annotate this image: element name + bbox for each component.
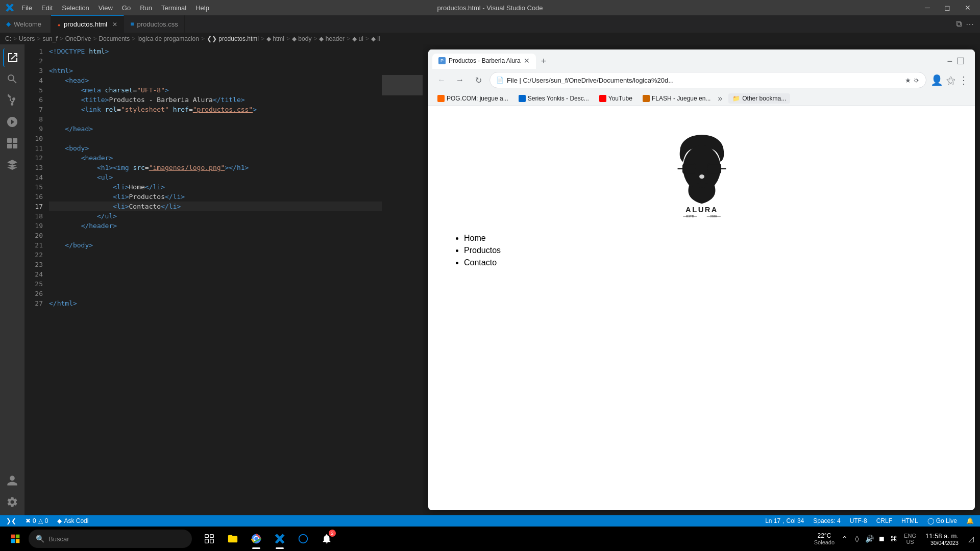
yt-favicon [599,95,606,102]
refresh-button[interactable]: ↻ [471,73,485,87]
menu-help[interactable]: Help [191,3,213,13]
language-selector[interactable]: ENG US [902,533,918,545]
notifications-taskbar[interactable]: 2 [315,528,338,550]
minimap-thumb[interactable] [382,75,423,95]
activity-explorer[interactable] [3,48,21,67]
close-browser-tab[interactable]: ✕ [524,57,530,65]
code-line-10 [49,134,382,143]
close-tab-html[interactable]: ✕ [112,21,117,28]
breadcrumb-html[interactable]: ◆ html [266,35,284,42]
encoding-status[interactable]: UTF-8 [848,517,869,524]
tab-productos-css[interactable]: ■ productos.css [124,15,184,33]
breadcrumb: C: > Users > sun_f > OneDrive > Document… [0,33,980,44]
menu-go[interactable]: Go [118,3,135,13]
code-line-4: <head> [49,76,382,85]
bookmark-youtube[interactable]: YouTube [596,94,635,103]
language-status[interactable]: HTML [899,517,920,524]
chrome-taskbar[interactable] [245,528,267,550]
code-line-6: <title>Productos - Barberia Alura</title… [49,95,382,105]
wifi-icon[interactable]: ⌘ [889,534,899,544]
bookmark-flash[interactable]: FLASH - Juegue en... [640,94,714,103]
more-actions-icon[interactable]: ⋯ [966,19,974,29]
ask-codi-status[interactable]: ◆ Ask Codi [55,517,90,524]
extensions-icon[interactable]: ⛭ [913,77,920,84]
vscode-taskbar[interactable] [268,528,291,550]
up-arrow-icon[interactable]: ⌃ [840,534,850,544]
bookmark-pog[interactable]: POG.COM: juegue a... [434,94,511,103]
breadcrumb-li[interactable]: ◆ li [371,35,380,42]
taskbar-search[interactable]: 🔍 Buscar [29,530,192,548]
menu-bar[interactable]: File Edit Selection View Go Run Terminal… [17,3,213,13]
browser-minimize-icon[interactable]: − [947,56,952,67]
menu-edit[interactable]: Edit [37,3,57,13]
code-content[interactable]: <!DOCTYPE html> <html> <head> <meta char… [49,44,382,515]
system-clock[interactable]: 11:58 a. m. 30/04/2023 [921,532,963,546]
spaces-status[interactable]: Spaces: 4 [811,517,842,524]
breadcrumb-users[interactable]: Users [19,35,35,42]
warnings-count: 0 [45,517,48,524]
minimap[interactable] [382,44,423,515]
bookmark-series[interactable]: Series Yonkis - Desc... [516,94,592,103]
network-icon[interactable]: 〈〉 [852,534,862,544]
line-ending-status[interactable]: CRLF [874,517,894,524]
errors-status[interactable]: ✖ 0 △ 0 [23,517,50,524]
split-editor-icon[interactable]: ⧉ [956,19,962,29]
notifications-status[interactable]: 🔔 [964,517,976,524]
address-bar[interactable]: 📄 File | C:/Users/sun_f/OneDrive/Documen… [489,72,926,88]
breadcrumb-logica[interactable]: logica de progamacion [137,35,199,42]
browser-menu-icon[interactable]: ⋮ [959,74,969,86]
file-explorer-taskbar[interactable] [222,528,244,550]
tab-welcome[interactable]: ◆ Welcome [0,15,51,33]
breadcrumb-sunf[interactable]: sun_f [42,35,57,42]
activity-extensions[interactable] [3,134,21,153]
menu-selection[interactable]: Selection [58,3,93,13]
css-file-icon: ■ [130,20,134,28]
battery-icon[interactable]: ⏹ [876,534,887,544]
close-button[interactable]: ✕ [961,4,975,12]
code-editor[interactable]: 1 2 3 4 5 6 7 8 9 10 11 12 13 14 15 16 1… [24,44,423,515]
start-button[interactable] [4,528,27,550]
activity-source-control[interactable] [3,91,21,110]
activity-run-debug[interactable] [3,113,21,131]
menu-file[interactable]: File [17,3,36,13]
back-button[interactable]: ← [434,73,449,87]
bookmarks-more-icon[interactable]: » [718,94,722,103]
breadcrumb-header[interactable]: ◆ header [319,35,345,42]
errors-count: 0 [33,517,36,524]
menu-view[interactable]: View [94,3,117,13]
notification-action-center[interactable]: ◿ [966,534,976,544]
extensions-puzzle-icon[interactable]: ⚝ [946,75,955,86]
ln-col-status[interactable]: Ln 17, Col 34 [763,517,806,524]
other-bookmarks[interactable]: 📁 Other bookma... [728,93,790,104]
forward-button[interactable]: → [453,73,467,87]
weather-widget[interactable]: 22°C Soleado [811,532,838,545]
tab-productos-html[interactable]: ⬥ productos.html ✕ [51,15,124,33]
new-tab-button[interactable]: + [537,54,551,69]
go-live-status[interactable]: ◯ Go Live [925,517,959,524]
activity-account[interactable] [3,471,21,490]
breadcrumb-onedrive[interactable]: OneDrive [65,35,91,42]
activity-remote[interactable] [3,156,21,174]
browser-tab[interactable]: P Productos - Barberia Alura ✕ [432,54,536,69]
breadcrumb-body[interactable]: ◆ body [292,35,311,42]
window-controls[interactable]: ─ ◻ ✕ [921,4,975,12]
edge-taskbar[interactable] [292,528,314,550]
volume-icon[interactable]: 🔊 [864,534,874,544]
minimize-button[interactable]: ─ [921,4,934,12]
breadcrumb-documents[interactable]: Documents [99,35,130,42]
browser-maximize-icon[interactable]: ☐ [957,56,965,67]
bookmark-star-icon[interactable]: ★ [905,77,911,84]
menu-run[interactable]: Run [136,3,156,13]
taskview-button[interactable] [198,528,220,550]
code-line-23 [49,260,382,269]
profile-icon[interactable]: 👤 [930,74,943,86]
maximize-button[interactable]: ◻ [940,4,954,12]
menu-terminal[interactable]: Terminal [157,3,190,13]
breadcrumb-file[interactable]: ❮❯ productos.html [207,35,259,42]
breadcrumb-ul[interactable]: ◆ ul [352,35,363,42]
line-9: 9 [39,124,43,134]
activity-settings[interactable] [3,493,21,511]
activity-search[interactable] [3,70,21,88]
remote-status[interactable]: ❯❮ [4,517,18,524]
breadcrumb-c[interactable]: C: [5,35,11,42]
